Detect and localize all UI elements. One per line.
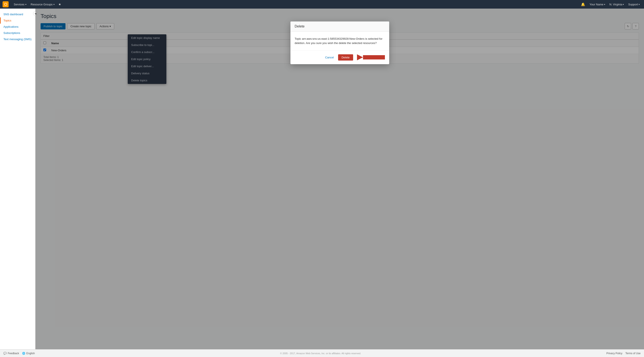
services-menu[interactable]: Services ▾: [12, 0, 28, 8]
delete-button[interactable]: Delete: [338, 54, 353, 60]
region-caret: ▾: [623, 3, 624, 6]
footer-copyright: © 2005 - 2017, Amazon Web Services, Inc.…: [35, 352, 606, 355]
sidebar-item-text-messaging[interactable]: Text messaging (SMS): [0, 36, 35, 42]
support-caret: ▾: [639, 3, 640, 6]
arrow-annotation: [357, 54, 385, 61]
resource-groups-label: Resource Groups: [31, 3, 52, 6]
feedback-label: Feedback: [8, 352, 19, 355]
modal-body: Topic arn:aws:sns:us-east-1:585534329928…: [290, 32, 389, 50]
footer-left: 💬 Feedback 🌐 English: [4, 352, 35, 355]
language-link[interactable]: 🌐 English: [22, 352, 35, 355]
sidebar-item-topics[interactable]: Topics: [0, 18, 35, 24]
feedback-link[interactable]: 💬 Feedback: [4, 352, 19, 355]
privacy-policy-link[interactable]: Privacy Policy: [606, 352, 622, 355]
footer-right: Privacy Policy Terms of Use: [606, 352, 640, 355]
user-menu[interactable]: Your Name ▾: [588, 3, 607, 6]
bell-icon[interactable]: 🔔: [579, 2, 587, 6]
modal-footer: Cancel Delete: [290, 50, 389, 64]
svg-marker-0: [357, 54, 363, 60]
top-nav-right: 🔔 Your Name ▾ N. Virginia ▾ Support ▾: [579, 2, 642, 6]
cancel-button[interactable]: Cancel: [323, 54, 336, 60]
sidebar: ◀ SNS dashboard Topics Applications Subs…: [0, 8, 36, 349]
feedback-icon: 💬: [4, 352, 7, 355]
logo-icon: ⬡: [4, 2, 7, 6]
modal-backdrop: Delete Topic arn:aws:sns:us-east-1:58553…: [36, 8, 644, 349]
resource-groups-caret: ▾: [54, 3, 54, 6]
sidebar-item-subscriptions[interactable]: Subscriptions: [0, 30, 35, 36]
resource-groups-menu[interactable]: Resource Groups ▾: [28, 0, 57, 8]
top-navigation: ⬡ Services ▾ Resource Groups ▾ ★ 🔔 Your …: [0, 0, 644, 8]
region-menu[interactable]: N. Virginia ▾: [608, 3, 626, 6]
support-label: Support: [628, 3, 638, 6]
content-area: Topics Publish to topic Create new topic…: [36, 8, 644, 349]
language-label: English: [26, 352, 35, 355]
user-caret: ▾: [604, 3, 605, 6]
sidebar-item-applications[interactable]: Applications: [0, 24, 35, 30]
aws-logo: ⬡: [2, 1, 8, 7]
terms-of-use-link[interactable]: Terms of Use: [625, 352, 640, 355]
services-caret: ▾: [25, 3, 26, 6]
main-layout: ◀ SNS dashboard Topics Applications Subs…: [0, 8, 644, 349]
services-label: Services: [14, 3, 24, 6]
modal-title: Delete: [290, 22, 389, 32]
support-menu[interactable]: Support ▾: [626, 3, 642, 6]
delete-modal: Delete Topic arn:aws:sns:us-east-1:58553…: [290, 22, 389, 64]
language-icon: 🌐: [22, 352, 25, 355]
user-name: Your Name: [590, 3, 604, 6]
svg-rect-1: [363, 55, 385, 60]
sidebar-item-sns-dashboard[interactable]: SNS dashboard: [0, 11, 35, 18]
page-footer: 💬 Feedback 🌐 English © 2005 - 2017, Amaz…: [0, 349, 644, 357]
region-label: N. Virginia: [610, 3, 622, 6]
bookmarks-icon[interactable]: ★: [57, 2, 63, 6]
